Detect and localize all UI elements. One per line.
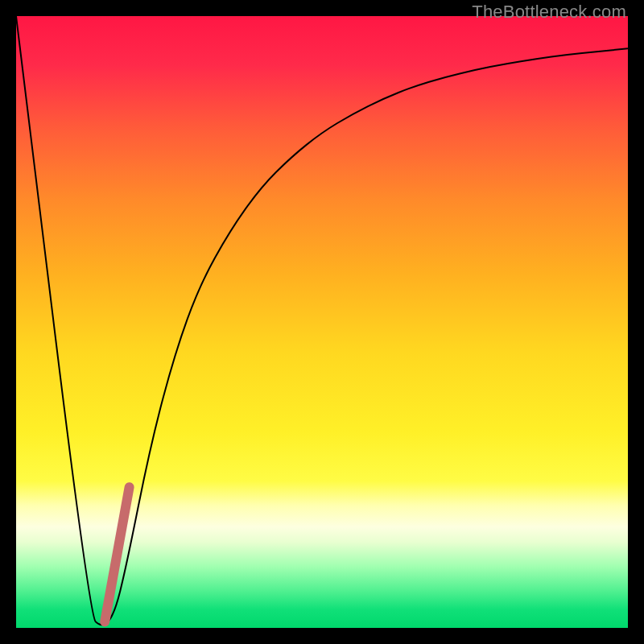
chart-container: [16, 16, 628, 628]
chart-background: [16, 16, 628, 628]
bottleneck-chart: [16, 16, 628, 628]
watermark-text: TheBottleneck.com: [472, 2, 626, 23]
